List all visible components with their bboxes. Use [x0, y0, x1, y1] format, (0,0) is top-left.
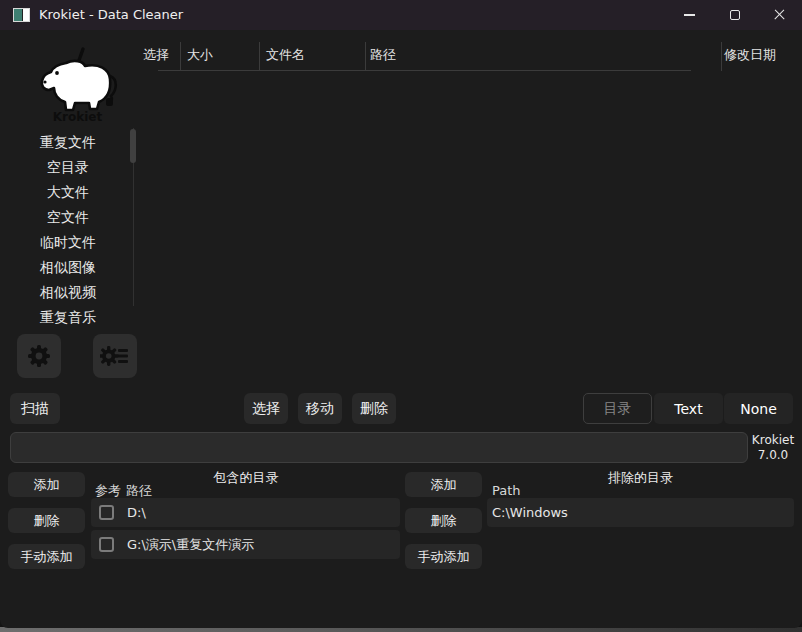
window-controls	[667, 0, 802, 30]
sidebar-scrollbar-thumb[interactable]	[130, 129, 136, 163]
tool-settings-button[interactable]	[93, 334, 137, 378]
minimize-icon	[684, 14, 695, 16]
excluded-path-column-header: Path	[492, 484, 521, 498]
included-add-button[interactable]: 添加	[8, 472, 85, 497]
column-separator[interactable]	[365, 42, 366, 71]
column-separator[interactable]	[180, 42, 181, 71]
title-bar: Krokiet - Data Cleaner	[0, 0, 802, 30]
gear-list-icon	[100, 343, 130, 369]
settings-button[interactable]	[17, 334, 61, 378]
delete-button[interactable]: 删除	[352, 393, 396, 424]
move-button[interactable]: 移动	[298, 393, 342, 424]
included-manual-add-button[interactable]: 手动添加	[8, 544, 85, 569]
scan-button[interactable]: 扫描	[10, 393, 60, 424]
maximize-icon	[730, 10, 740, 20]
app-window: Krokiet - Data Cleaner Krokiet 重复文件 空目录 …	[0, 0, 802, 628]
included-reference-column-header: 参考	[95, 484, 121, 498]
reference-checkbox[interactable]	[99, 505, 114, 520]
column-header-select: 选择	[143, 46, 169, 64]
mode-none-button[interactable]: None	[724, 393, 793, 424]
header-underline	[158, 70, 691, 71]
excluded-dirs-title: 排除的目录	[487, 470, 794, 486]
excluded-manual-add-button[interactable]: 手动添加	[405, 544, 482, 569]
included-dir-row[interactable]: D:\	[91, 498, 400, 527]
mode-text-button[interactable]: Text	[654, 393, 723, 424]
version-number: 7.0.0	[748, 448, 798, 463]
sidebar-item-empty-files[interactable]: 空文件	[8, 205, 128, 230]
gear-icon	[26, 343, 52, 369]
sidebar-item-similar-videos[interactable]: 相似视频	[8, 280, 128, 305]
excluded-remove-button[interactable]: 删除	[405, 508, 482, 533]
select-button[interactable]: 选择	[244, 393, 288, 424]
close-button[interactable]	[757, 0, 802, 30]
included-remove-button[interactable]: 删除	[8, 508, 85, 533]
included-path-column-header: 路径	[126, 484, 152, 498]
excluded-dir-path: C:\Windows	[492, 505, 568, 520]
sidebar-nav: 重复文件 空目录 大文件 空文件 临时文件 相似图像 相似视频 重复音乐	[8, 130, 128, 330]
minimize-button[interactable]	[667, 0, 712, 30]
sidebar-item-duplicate-files[interactable]: 重复文件	[8, 130, 128, 155]
version-app-name: Krokiet	[748, 433, 798, 448]
column-header-modified: 修改日期	[724, 46, 776, 64]
krokiet-cow-logo	[33, 46, 121, 112]
sidebar-item-duplicate-music[interactable]: 重复音乐	[8, 305, 128, 330]
sidebar-item-big-files[interactable]: 大文件	[8, 180, 128, 205]
status-input[interactable]	[10, 432, 748, 463]
included-dir-path: D:\	[127, 505, 146, 520]
mode-directory-button[interactable]: 目录	[583, 393, 652, 424]
logo-caption: Krokiet	[35, 110, 120, 124]
included-dir-row[interactable]: G:\演示\重复文件演示	[91, 530, 400, 559]
column-separator[interactable]	[721, 42, 722, 71]
included-dir-path: G:\演示\重复文件演示	[127, 536, 254, 554]
reference-checkbox[interactable]	[99, 537, 114, 552]
sidebar-item-temp-files[interactable]: 临时文件	[8, 230, 128, 255]
window-title: Krokiet - Data Cleaner	[39, 0, 183, 30]
column-header-size: 大小	[187, 46, 213, 64]
column-header-path: 路径	[370, 46, 396, 64]
sidebar-item-empty-dirs[interactable]: 空目录	[8, 155, 128, 180]
app-icon	[13, 8, 30, 22]
excluded-add-button[interactable]: 添加	[405, 472, 482, 497]
excluded-dir-row[interactable]: C:\Windows	[487, 498, 794, 527]
sidebar-item-similar-images[interactable]: 相似图像	[8, 255, 128, 280]
maximize-button[interactable]	[712, 0, 757, 30]
column-separator[interactable]	[259, 42, 260, 71]
column-header-filename: 文件名	[266, 46, 305, 64]
version-label: Krokiet 7.0.0	[748, 433, 798, 463]
